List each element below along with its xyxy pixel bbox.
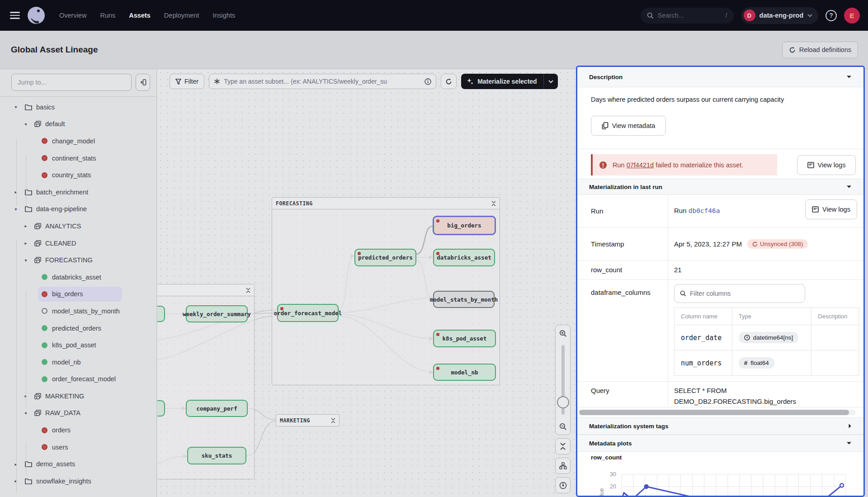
tree-caret-icon[interactable]: ▾: [24, 122, 28, 127]
sidebar-item-model_nb[interactable]: model_nb: [0, 354, 156, 371]
tree-caret-icon[interactable]: ▾: [24, 411, 28, 416]
sidebar-item-demo_assets[interactable]: ▸demo_assets: [0, 455, 156, 473]
tree-caret-icon[interactable]: ▸: [24, 241, 28, 246]
tree-caret-icon[interactable]: ▸: [14, 462, 18, 467]
nav-item-runs[interactable]: Runs: [100, 12, 115, 19]
node-label: k8s_pod_asset: [443, 335, 487, 342]
group-collapse-icon[interactable]: [246, 288, 250, 293]
plot-title: row_count: [591, 454, 622, 461]
zoom-in-button[interactable]: [556, 325, 570, 341]
sidebar-item-RAW_DATA[interactable]: ▾RAW_DATA: [0, 405, 156, 422]
refresh-graph-button[interactable]: [441, 74, 457, 89]
zoom-slider-handle[interactable]: [557, 396, 569, 408]
scrollbar-thumb[interactable]: [579, 410, 849, 415]
tree-item-label: snowflake_insights: [36, 478, 91, 485]
group-header[interactable]: FORECASTING: [272, 198, 500, 209]
sidebar-item-big_orders[interactable]: big_orders: [0, 286, 156, 303]
materialize-options-chevron[interactable]: [544, 80, 558, 83]
sidebar-item-order_forecast_model[interactable]: order_forecast_model: [0, 371, 156, 388]
sidebar-item-model_stats_by_month[interactable]: model_stats_by_month: [0, 303, 156, 320]
group-header[interactable]: [157, 284, 254, 296]
group-collapse-icon[interactable]: [491, 201, 496, 206]
graph-node-model_stats_by_month[interactable]: model_stats_by_month: [433, 291, 495, 308]
info-icon[interactable]: [425, 78, 431, 85]
nav-item-deployment[interactable]: Deployment: [164, 12, 199, 19]
graph-node-company_perf[interactable]: company_perf: [186, 400, 248, 417]
hamburger-menu-icon[interactable]: [10, 12, 20, 19]
graph-node-stub2[interactable]: [157, 400, 165, 417]
nav-item-overview[interactable]: Overview: [59, 12, 86, 19]
chevron-right-icon: [848, 423, 852, 429]
row-count-line: [622, 485, 842, 497]
user-avatar[interactable]: E: [844, 8, 860, 24]
recenter-button[interactable]: [555, 477, 571, 493]
view-metadata-label: View metadata: [612, 122, 656, 129]
sidebar-item-batch_enrichment[interactable]: ▸batch_enrichment: [0, 184, 156, 201]
layout-hierarchy-button[interactable]: [555, 458, 571, 474]
filter-button[interactable]: Filter: [170, 74, 204, 89]
sidebar-item-change_model[interactable]: change_model: [0, 133, 156, 150]
graph-node-stub1[interactable]: [157, 306, 165, 322]
system-tags-section-header[interactable]: Materialization system tags: [577, 417, 863, 435]
data-point[interactable]: [840, 483, 844, 487]
sidebar-item-FORECASTING[interactable]: ▾FORECASTING: [0, 251, 156, 269]
sidebar-item-ANALYTICS[interactable]: ▸ANALYTICS: [0, 218, 156, 235]
view-logs-button[interactable]: View logs: [797, 155, 856, 175]
sidebar-item-default[interactable]: ▾default: [0, 116, 156, 133]
filter-columns-input[interactable]: Filter columns: [674, 284, 805, 303]
help-button[interactable]: ?: [826, 10, 837, 21]
group-header[interactable]: MARKETING: [276, 415, 339, 426]
tree-caret-icon[interactable]: ▾: [14, 104, 18, 109]
sidebar-item-predicted_orders[interactable]: predicted_orders: [0, 320, 156, 337]
tree-caret-icon[interactable]: ▸: [14, 189, 18, 194]
horizontal-scrollbar[interactable]: [579, 410, 856, 415]
dagster-logo-icon[interactable]: [28, 7, 45, 24]
sidebar-item-snowflake_insights[interactable]: ▸snowflake_insights: [0, 473, 156, 490]
metadata-plots-section-header[interactable]: Metadata plots: [577, 435, 863, 452]
reload-definitions-button[interactable]: Reload definitions: [782, 42, 858, 58]
sidebar-item-k8s_pod_asset[interactable]: k8s_pod_asset: [0, 336, 156, 354]
tree-caret-icon[interactable]: ▸: [24, 223, 28, 228]
zoom-slider[interactable]: [556, 341, 570, 418]
asset-subset-input[interactable]: Type an asset subset... (ex: ANALYTICS/w…: [209, 74, 436, 89]
graph-node-model_nb[interactable]: model_nb: [433, 364, 496, 381]
deployment-switcher[interactable]: D data-eng-prod: [741, 7, 818, 24]
sidebar-item-users[interactable]: users: [0, 439, 156, 456]
sidebar-item-CLEANED[interactable]: ▸CLEANED: [0, 235, 156, 252]
sidebar-item-orders[interactable]: orders: [0, 421, 156, 439]
collapse-groups-button[interactable]: [555, 438, 571, 454]
view-logs-button-run[interactable]: View logs: [805, 199, 857, 219]
sidebar-item-country_stats[interactable]: country_stats: [0, 166, 156, 184]
sidebar-item-data-eng-pipeline[interactable]: ▾data-eng-pipeline: [0, 201, 156, 218]
graph-node-sku_stats[interactable]: sku_stats: [187, 447, 246, 464]
jump-to-input[interactable]: Jump to...: [11, 74, 132, 91]
zoom-out-button[interactable]: [556, 418, 570, 435]
group-collapse-icon[interactable]: [331, 418, 335, 423]
data-point[interactable]: [645, 485, 648, 488]
sidebar-item-continent_stats[interactable]: continent_stats: [0, 150, 156, 167]
tree-caret-icon[interactable]: ▸: [14, 478, 18, 483]
tree-caret-icon[interactable]: ▾: [14, 207, 18, 212]
search-input[interactable]: Search... /: [641, 8, 734, 24]
nav-item-assets[interactable]: Assets: [129, 12, 151, 19]
run-id-link[interactable]: 07f4421d: [627, 161, 654, 169]
graph-node-k8s_pod_asset[interactable]: k8s_pod_asset: [433, 330, 496, 347]
graph-node-order_forecast_model[interactable]: order_forecast_model: [277, 304, 339, 322]
materialization-section-header[interactable]: Materialization in last run: [577, 179, 863, 195]
tree-caret-icon[interactable]: ▾: [24, 258, 28, 263]
asset-group-icon: [34, 223, 41, 229]
description-section-header[interactable]: Description: [577, 67, 863, 87]
run-id-link[interactable]: db0cf46a: [689, 207, 720, 214]
graph-node-big_orders[interactable]: big_orders: [433, 216, 496, 235]
sidebar-item-MARKETING[interactable]: ▸MARKETING: [0, 388, 156, 405]
collapse-sidebar-button[interactable]: [136, 74, 150, 91]
graph-node-databricks_asset[interactable]: databricks_asset: [433, 249, 495, 266]
lineage-graph-canvas[interactable]: Filter Type an asset subset... (ex: ANAL…: [157, 69, 576, 497]
view-metadata-button[interactable]: View metadata: [591, 116, 666, 136]
graph-node-predicted_orders[interactable]: predicted_orders: [354, 249, 416, 266]
nav-item-insights[interactable]: Insights: [212, 12, 235, 19]
sidebar-item-basics[interactable]: ▾basics: [0, 99, 156, 116]
materialize-selected-button[interactable]: Materialize selected: [461, 74, 558, 89]
graph-node-weekly_order_summary[interactable]: weekly_order_summary: [186, 305, 248, 322]
sidebar-item-databricks_asset[interactable]: databricks_asset: [0, 269, 156, 286]
